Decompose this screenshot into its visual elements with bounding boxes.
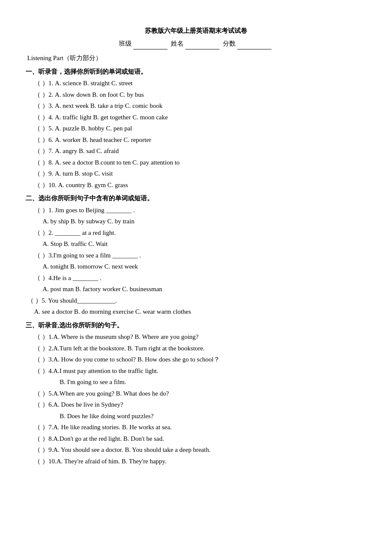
question-line: （ ）10. A. country B. gym C. grass bbox=[26, 180, 366, 191]
s3-q1-text: （ ）1.A. Where is the museum shop? B. Whe… bbox=[34, 333, 199, 340]
sec1-title: 一、听录音，选择你所听到的单词或短语。 bbox=[26, 68, 147, 75]
exam-title: 苏教版六年级上册英语期末考试试卷 bbox=[145, 27, 247, 34]
s3-q6-line2: B. Does he like doing word puzzles? bbox=[26, 411, 366, 422]
q1-3: （ ）3. A. next week B. take a trip C. com… bbox=[34, 102, 162, 109]
s3-q6-l2-text: B. Does he like doing word puzzles? bbox=[60, 413, 153, 419]
s3-q4-l1-text: （ ）4.A.I must pay attention to the traff… bbox=[34, 367, 159, 374]
s3-q1: （ ）1.A. Where is the museum shop? B. Whe… bbox=[26, 332, 366, 343]
sec3-title: 三、听录音,选出你所听到的句子。 bbox=[26, 322, 123, 329]
s2-q5-options: A. see a doctor B. do morning exercise C… bbox=[26, 306, 366, 318]
section1-questions: （ ）1. A. science B. straight C. street （… bbox=[26, 78, 366, 191]
section2-questions: （ ）1. Jim goes to Beijing ________ . A. … bbox=[26, 205, 366, 318]
s2-q4-stem: （ ）4.He is a ________ . bbox=[26, 273, 366, 284]
question-line: （ ）2. A. slow down B. on foot C. by bus bbox=[26, 90, 366, 101]
s2-q5-stem: （ ）5. You should____________. bbox=[26, 295, 366, 306]
s3-q2-text: （ ）2.A.Turn left at the bookstore. B. Tu… bbox=[34, 345, 205, 352]
q1-5: （ ）5. A. puzzle B. hobby C. pen pal bbox=[34, 125, 132, 132]
s2-q3-stem: （ ）3.I'm going to see a film ________ . bbox=[26, 250, 366, 261]
q1-2: （ ）2. A. slow down B. on foot C. by bus bbox=[34, 91, 144, 98]
question-line: （ ）8. A. see a doctor B.count to ten C. … bbox=[26, 157, 366, 168]
q1-6: （ ）6. A. worker B. head teacher C. repor… bbox=[34, 136, 151, 143]
info-line: 班级 姓名 分数 bbox=[26, 38, 366, 50]
question-line: （ ）1. A. science B. straight C. street bbox=[26, 78, 366, 89]
s3-q6-line1: （ ）6.A. Does he live in Sydney? bbox=[26, 399, 366, 410]
s3-q5-text: （ ）5.A.When are you going? B. What does … bbox=[34, 390, 169, 397]
s2-q1-stem-text: （ ）1. Jim goes to Beijing ________ . bbox=[34, 207, 135, 214]
s3-q5: （ ）5.A.When are you going? B. What does … bbox=[26, 388, 366, 399]
s2-q1-options: A. by ship B. by subway C. by train bbox=[26, 216, 366, 227]
score-label: 分数 bbox=[223, 40, 236, 47]
question-line: （ ）7. A. angry B. sad C. afraid bbox=[26, 146, 366, 157]
s3-q7: （ ）7.A. He like reading stories. B. He w… bbox=[26, 422, 366, 433]
s2-q5-stem-text: （ ）5. You should____________. bbox=[27, 297, 117, 304]
page-title: 苏教版六年级上册英语期末考试试卷 bbox=[26, 26, 366, 37]
listening-part-label: Listening Part（听力部分） bbox=[26, 53, 366, 64]
s2-q3-opts: A. tonight B. tomorrow C. next week bbox=[43, 263, 138, 270]
s3-q7-text: （ ）7.A. He like reading stories. B. He w… bbox=[34, 424, 172, 431]
s3-q4-l2-text: B. I'm going to see a film. bbox=[60, 379, 126, 385]
question-line: （ ）5. A. puzzle B. hobby C. pen pal bbox=[26, 123, 366, 134]
s3-q8-text: （ ）8.A.Don't go at the red light. B. Don… bbox=[34, 435, 164, 442]
q1-1: （ ）1. A. science B. straight C. street bbox=[34, 80, 133, 87]
s2-q3-stem-text: （ ）3.I'm going to see a film ________ . bbox=[34, 252, 141, 259]
q1-7: （ ）7. A. angry B. sad C. afraid bbox=[34, 147, 119, 154]
section3-header: 三、听录音,选出你所听到的句子。 bbox=[26, 320, 366, 331]
s3-q10-text: （ ）10.A. They're afraid of him. B. They'… bbox=[34, 458, 167, 465]
s3-q3-text: （ ）3.A. How do you come to school? B. Ho… bbox=[34, 356, 220, 363]
section1-header: 一、听录音，选择你所听到的单词或短语。 bbox=[26, 66, 366, 78]
s2-q2-opts: A. Stop B. traffic C. Wait bbox=[43, 240, 107, 247]
s3-q3: （ ）3.A. How do you come to school? B. Ho… bbox=[26, 354, 366, 365]
s3-q4-line2: B. I'm going to see a film. bbox=[26, 377, 366, 388]
q1-4: （ ）4. A. traffic light B. get together C… bbox=[34, 114, 168, 121]
s3-q10: （ ）10.A. They're afraid of him. B. They'… bbox=[26, 456, 366, 467]
section2-header: 二、选出你所听到句子中含有的单词或短语。 bbox=[26, 193, 366, 204]
name-label: 姓名 bbox=[171, 40, 184, 47]
s3-q4-line1: （ ）4.A.I must pay attention to the traff… bbox=[26, 366, 366, 377]
s3-q2: （ ）2.A.Turn left at the bookstore. B. Tu… bbox=[26, 343, 366, 354]
s2-q5-opts: A. see a doctor B. do morning exercise C… bbox=[34, 308, 191, 315]
question-line: （ ）6. A. worker B. head teacher C. repor… bbox=[26, 135, 366, 146]
class-label: 班级 bbox=[119, 40, 132, 47]
question-line: （ ）3. A. next week B. take a trip C. com… bbox=[26, 101, 366, 112]
s3-q8: （ ）8.A.Don't go at the red light. B. Don… bbox=[26, 434, 366, 445]
s2-q2-options: A. Stop B. traffic C. Wait bbox=[26, 239, 366, 250]
s2-q4-opts: A. post man B. factory worker C. busines… bbox=[43, 286, 162, 292]
s2-q1-stem: （ ）1. Jim goes to Beijing ________ . bbox=[26, 205, 366, 216]
listening-label: Listening Part（听力部分） bbox=[27, 55, 102, 61]
q1-8: （ ）8. A. see a doctor B.count to ten C. … bbox=[34, 159, 180, 166]
s2-q1-opts: A. by ship B. by subway C. by train bbox=[43, 218, 134, 225]
s2-q3-options: A. tonight B. tomorrow C. next week bbox=[26, 261, 366, 272]
sec2-title: 二、选出你所听到句子中含有的单词或短语。 bbox=[26, 195, 153, 202]
s3-q9: （ ）9.A. You should see a doctor. B. You … bbox=[26, 445, 366, 456]
question-line: （ ）4. A. traffic light B. get together C… bbox=[26, 112, 366, 123]
s2-q4-options: A. post man B. factory worker C. busines… bbox=[26, 284, 366, 295]
s3-q6-l1-text: （ ）6.A. Does he live in Sydney? bbox=[34, 401, 123, 408]
s2-q2-stem-text: （ ）2. ________ at a red light. bbox=[34, 229, 116, 236]
question-line: （ ）9. A. turn B. stop C. visit bbox=[26, 168, 366, 179]
s2-q2-stem: （ ）2. ________ at a red light. bbox=[26, 228, 366, 239]
section3-questions: （ ）1.A. Where is the museum shop? B. Whe… bbox=[26, 332, 366, 467]
s3-q9-text: （ ）9.A. You should see a doctor. B. You … bbox=[34, 446, 210, 453]
s2-q4-stem-text: （ ）4.He is a ________ . bbox=[34, 275, 101, 281]
q1-9: （ ）9. A. turn B. stop C. visit bbox=[34, 170, 113, 177]
q1-10: （ ）10. A. country B. gym C. grass bbox=[34, 182, 128, 188]
